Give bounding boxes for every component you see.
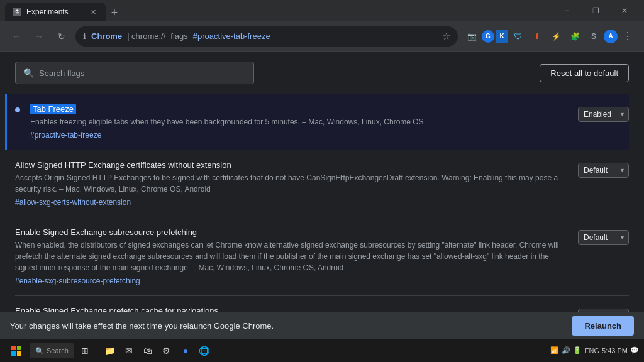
- relaunch-message: Your changes will take effect the next t…: [10, 321, 274, 331]
- bookmark-star-icon[interactable]: ☆: [442, 31, 450, 42]
- svg-rect-2: [11, 351, 16, 356]
- f-extension-icon[interactable]: f: [528, 28, 546, 45]
- taskbar-network-icon: 📶: [550, 346, 559, 354]
- flag-control: Default Enabled Disabled: [578, 163, 629, 178]
- profile-avatar[interactable]: A: [604, 30, 618, 43]
- camera-icon[interactable]: 📷: [463, 28, 480, 45]
- search-area: 🔍 Reset all to default: [0, 52, 644, 94]
- flag-title: Enable Signed Exchange subresource prefe…: [15, 228, 568, 237]
- search-input[interactable]: [39, 69, 246, 78]
- back-button[interactable]: ←: [8, 28, 25, 45]
- flag-description: Enables freezing eligible tabs when they…: [30, 116, 568, 128]
- taskbar-mail-icon[interactable]: ✉: [120, 342, 138, 359]
- url-flags: flags: [170, 31, 187, 41]
- search-icon: 🔍: [23, 68, 34, 78]
- select-wrapper: Default Enabled Disabled: [578, 107, 629, 122]
- flag-description: Accepts Origin-Signed HTTP Exchanges to …: [15, 172, 568, 195]
- start-button[interactable]: [5, 339, 28, 362]
- taskbar-settings-icon[interactable]: ⚙: [158, 342, 175, 359]
- flag-control: Default Enabled Disabled: [578, 230, 629, 245]
- flag-select-default-2[interactable]: Default Enabled Disabled: [578, 230, 629, 245]
- forward-button[interactable]: →: [30, 28, 48, 45]
- flag-link[interactable]: #proactive-tab-freeze: [30, 131, 101, 140]
- taskbar-search-icon: 🔍: [35, 347, 44, 355]
- flag-select-default-1[interactable]: Default Enabled Disabled: [578, 163, 629, 178]
- window-controls: − ❐ ✕: [552, 0, 639, 21]
- lightning-icon[interactable]: ⚡: [547, 28, 565, 45]
- flag-title-text: Tab Freeze: [30, 104, 76, 114]
- puzzle-icon[interactable]: 🧩: [566, 28, 584, 45]
- flag-content: Enable Signed Exchange subresource prefe…: [15, 228, 568, 285]
- menu-button[interactable]: ⋮: [619, 28, 636, 45]
- main-content: 🔍 Reset all to default Tab Freeze Enable…: [0, 52, 644, 339]
- search-box[interactable]: 🔍: [15, 62, 254, 84]
- minimize-button[interactable]: −: [552, 0, 581, 21]
- restore-button[interactable]: ❐: [581, 0, 610, 21]
- tab-favicon: ⚗: [13, 8, 21, 16]
- taskbar: 🔍 Search ⊞ 📁 ✉ 🛍 ⚙ ● 🌐 📶 🔊 🔋 ENG 5:43 PM…: [0, 339, 644, 362]
- flag-content: Tab Freeze Enables freezing eligible tab…: [30, 104, 568, 140]
- flag-title: Allow Signed HTTP Exchange certificates …: [15, 160, 568, 170]
- taskbar-time-text: 5:43 PM: [602, 346, 628, 355]
- flag-title: Tab Freeze: [30, 104, 568, 114]
- url-scheme: Chrome: [91, 31, 122, 41]
- tab-close-button[interactable]: ✕: [88, 7, 98, 17]
- titlebar: ⚗ Experiments ✕ + − ❐ ✕: [0, 0, 644, 21]
- taskbar-chrome-icon[interactable]: ●: [177, 342, 194, 359]
- taskbar-edge-icon[interactable]: 🌐: [196, 342, 213, 359]
- reset-all-button[interactable]: Reset all to default: [540, 64, 629, 82]
- url-bar[interactable]: ℹ Chrome | chrome://flags#proactive-tab-…: [75, 26, 458, 47]
- url-separator: | chrome://: [127, 31, 165, 41]
- relaunch-button[interactable]: Relaunch: [572, 316, 634, 336]
- flags-list: Tab Freeze Enables freezing eligible tab…: [0, 94, 644, 339]
- flag-description: When enabled, the distributors of signed…: [15, 239, 568, 273]
- taskbar-notifications-icon[interactable]: 💬: [630, 346, 639, 354]
- flag-content: Allow Signed HTTP Exchange certificates …: [15, 160, 568, 207]
- flag-link[interactable]: #enable-sxg-subresource-prefetching: [15, 277, 140, 285]
- tab-title: Experiments: [26, 8, 69, 16]
- shield-extension-icon[interactable]: 🛡: [509, 28, 527, 45]
- taskbar-pinned-apps: 📁 ✉ 🛍 ⚙ ● 🌐: [101, 342, 213, 359]
- select-wrapper: Default Enabled Disabled: [578, 230, 629, 245]
- bottom-notification-bar: Your changes will take effect the next t…: [0, 312, 644, 339]
- svg-rect-0: [11, 346, 16, 350]
- svg-rect-1: [17, 346, 21, 350]
- svg-rect-3: [17, 351, 21, 356]
- taskbar-search-box[interactable]: 🔍 Search: [30, 343, 74, 358]
- flag-item-tab-freeze: Tab Freeze Enables freezing eligible tab…: [5, 94, 629, 150]
- flag-control: Default Enabled Disabled: [578, 107, 629, 122]
- new-tab-button[interactable]: +: [106, 4, 123, 21]
- close-button[interactable]: ✕: [610, 0, 639, 21]
- s-extension-icon[interactable]: S: [585, 28, 602, 45]
- flag-item-allow-sxg: Allow Signed HTTP Exchange certificates …: [15, 150, 629, 217]
- security-icon: ℹ: [83, 32, 86, 41]
- taskbar-store-icon[interactable]: 🛍: [139, 342, 157, 359]
- url-hash: #proactive-tab-freeze: [193, 31, 270, 41]
- flag-select-enabled[interactable]: Default Enabled Disabled: [578, 107, 629, 122]
- taskbar-volume-icon: 🔊: [562, 346, 570, 354]
- k-extension-icon[interactable]: K: [496, 30, 508, 43]
- active-tab[interactable]: ⚗ Experiments ✕: [5, 3, 106, 21]
- taskbar-right: 📶 🔊 🔋 ENG 5:43 PM 💬: [550, 346, 639, 355]
- toolbar-icons: 📷 G K 🛡 f ⚡ 🧩 S A ⋮: [463, 28, 636, 45]
- tab-area: ⚗ Experiments ✕ +: [5, 0, 123, 21]
- taskbar-task-view[interactable]: ⊞: [76, 342, 94, 359]
- flag-active-dot: [15, 107, 20, 112]
- flag-item-sxg-subresource: Enable Signed Exchange subresource prefe…: [15, 217, 629, 296]
- taskbar-clock: 5:43 PM: [602, 346, 628, 355]
- taskbar-search-label: Search: [47, 347, 69, 354]
- google-icon[interactable]: G: [482, 30, 494, 43]
- taskbar-explorer-icon[interactable]: 📁: [101, 342, 119, 359]
- select-wrapper: Default Enabled Disabled: [578, 163, 629, 178]
- taskbar-language: ENG: [584, 347, 599, 354]
- taskbar-battery-icon: 🔋: [573, 346, 582, 354]
- addressbar: ← → ↻ ℹ Chrome | chrome://flags#proactiv…: [0, 21, 644, 52]
- flag-link[interactable]: #allow-sxg-certs-without-extension: [15, 198, 131, 207]
- reload-button[interactable]: ↻: [53, 28, 70, 45]
